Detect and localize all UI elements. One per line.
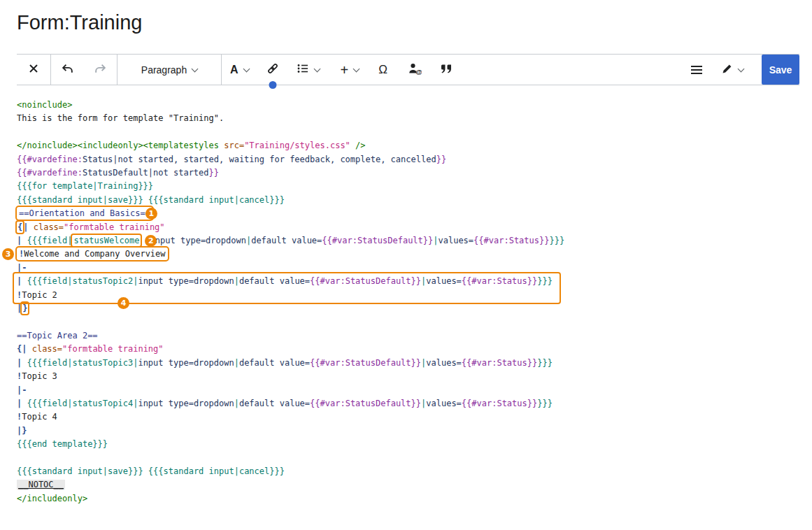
- code-token: |-: [17, 385, 27, 395]
- code-line[interactable]: {{#vardefine:Status|not started, started…: [17, 153, 812, 166]
- code-line[interactable]: __NOTOC__: [17, 478, 812, 492]
- code-line[interactable]: {{{standard input|save}}} {{{standard in…: [17, 465, 812, 478]
- list-icon: [297, 62, 309, 77]
- code-line[interactable]: {| class="formtable training": [17, 343, 812, 356]
- text-style-dropdown[interactable]: A: [222, 55, 257, 85]
- code-line[interactable]: [17, 126, 812, 139]
- code-token: {{{field|: [27, 236, 72, 245]
- code-line[interactable]: |}: [17, 302, 812, 315]
- code-token: default value=: [239, 276, 310, 286]
- code-line[interactable]: [17, 315, 812, 329]
- code-token: default value=: [251, 236, 322, 245]
- code-line[interactable]: !Welcome and Company Overview3: [17, 248, 812, 261]
- code-token: {|: [17, 344, 27, 354]
- toolbar: Paragraph A + Ω @: [17, 54, 799, 85]
- menu-icon: [691, 69, 702, 71]
- special-character-button[interactable]: Ω: [367, 55, 399, 85]
- code-token: {{{end template}}}: [17, 439, 108, 449]
- code-token: {{{for template|Training}}}: [17, 181, 153, 191]
- code-token: [143, 195, 148, 205]
- pencil-icon: [721, 63, 733, 77]
- code-line[interactable]: | {{{field|statusTopic3|input type=dropd…: [17, 357, 812, 370]
- cite-icon: [440, 62, 453, 77]
- cite-button[interactable]: [431, 55, 462, 85]
- code-token: </includeonly>: [17, 494, 87, 503]
- code-line[interactable]: {{{standard input|save}}} {{{standard in…: [17, 194, 812, 207]
- code-token: {{{standard input|cancel}}}: [148, 466, 285, 476]
- annotation-box: ==Orientation and Basics==: [17, 207, 152, 220]
- code-token: {{{field|statusTopic2|: [27, 276, 138, 286]
- paragraph-format-dropdown[interactable]: Paragraph: [117, 55, 221, 85]
- code-line[interactable]: </noinclude><includeonly><templatestyles…: [17, 139, 812, 152]
- code-token: }}}: [549, 236, 564, 245]
- redo-button[interactable]: [84, 55, 117, 85]
- code-token: [143, 466, 148, 476]
- editor-content[interactable]: <noinclude>This is the form for template…: [0, 99, 812, 506]
- code-line[interactable]: ==Topic Area 2==: [17, 329, 812, 343]
- code-line[interactable]: | {{{field|statusTopic4|input type=dropd…: [17, 397, 812, 410]
- annotation-badge: 3: [2, 248, 14, 260]
- code-token: default value=: [239, 358, 310, 368]
- code-line[interactable]: !Topic 3: [17, 370, 812, 383]
- chevron-down-icon: [313, 65, 320, 72]
- code-line[interactable]: |-: [17, 384, 812, 397]
- code-line[interactable]: !Topic 2: [17, 289, 812, 302]
- insert-dropdown[interactable]: +: [328, 55, 368, 85]
- save-button[interactable]: Save: [762, 55, 799, 85]
- code-token: {{#var:Status}}: [462, 358, 537, 368]
- mention-icon: @: [408, 62, 422, 78]
- list-dropdown[interactable]: [288, 55, 328, 85]
- code-token: [28, 222, 33, 232]
- code-token: |: [234, 276, 239, 286]
- code-token: |: [17, 399, 27, 408]
- code-line[interactable]: {{{for template|Training}}}: [17, 180, 812, 193]
- code-token: {: [17, 222, 22, 232]
- code-token: {{{standard input|save}}}: [17, 195, 143, 205]
- code-token: {{#vardefine:: [17, 168, 83, 178]
- code-line[interactable]: |}: [17, 424, 812, 438]
- code-token: statusWelcome: [73, 236, 139, 245]
- code-line[interactable]: ==Orientation and Basics==1: [17, 207, 812, 220]
- code-line[interactable]: | {{{field|statusTopic2|input type=dropd…: [17, 275, 812, 288]
- code-line[interactable]: [17, 452, 812, 465]
- code-token: input type=dropdown: [138, 358, 234, 368]
- mention-button[interactable]: @: [399, 55, 431, 85]
- page-options-button[interactable]: [681, 55, 713, 85]
- code-line[interactable]: | {{{field|statusWelcome2|input type=dro…: [17, 234, 812, 248]
- chevron-down-icon: [192, 65, 199, 72]
- code-token: }}}: [537, 399, 553, 408]
- edit-mode-dropdown[interactable]: [713, 55, 752, 85]
- close-button[interactable]: [17, 55, 50, 85]
- undo-button[interactable]: [51, 55, 84, 85]
- code-token: {{{standard input|cancel}}}: [148, 195, 285, 205]
- code-line[interactable]: {| class="formtable training": [17, 221, 812, 234]
- code-token: __NOTOC__: [17, 480, 65, 489]
- link-button[interactable]: [257, 55, 288, 85]
- code-line[interactable]: This is the form for template "Training"…: [17, 112, 812, 125]
- code-token: Topic 2: [22, 290, 57, 300]
- code-token: {{#var:StatusDefault}}: [322, 236, 433, 245]
- code-token: }}: [436, 155, 446, 164]
- code-line[interactable]: !Topic 4: [17, 410, 812, 424]
- code-token: |: [17, 276, 27, 286]
- code-token: </noinclude><includeonly><templatestyles: [17, 141, 224, 150]
- chevron-down-icon: [738, 65, 745, 72]
- code-token: Topic 4: [22, 412, 57, 422]
- code-token: {{{field|statusTopic4|: [27, 399, 138, 408]
- pulse-dot: [269, 81, 276, 89]
- code-token: }}}: [537, 358, 553, 368]
- code-token: />: [350, 141, 366, 150]
- code-token: {{#var:Status}}: [473, 236, 549, 245]
- code-token: class=: [34, 222, 64, 232]
- code-line[interactable]: </includeonly>: [17, 492, 812, 506]
- code-token: Welcome and Company Overview: [24, 249, 165, 259]
- code-line[interactable]: {{#vardefine:StatusDefault|not started}}: [17, 166, 812, 180]
- code-token: |}: [17, 426, 27, 436]
- code-line[interactable]: {{{end template}}}: [17, 438, 812, 451]
- close-icon: [28, 63, 39, 76]
- code-line[interactable]: |-: [17, 262, 812, 275]
- code-line[interactable]: <noinclude>: [17, 99, 812, 112]
- code-token: |: [234, 399, 239, 408]
- code-token: input type=dropdown: [138, 276, 234, 286]
- paragraph-format-label: Paragraph: [141, 64, 187, 76]
